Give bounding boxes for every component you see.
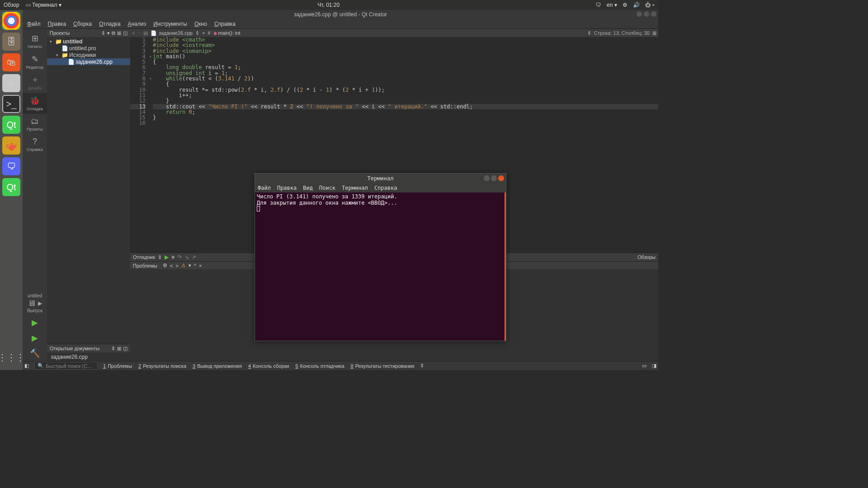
config-icon[interactable]: ⚙ (163, 263, 167, 268)
dropdown-icon[interactable]: ⇕ (195, 30, 199, 36)
mode-Проекты[interactable]: 🗂Проекты (23, 114, 47, 134)
term-menu-Вид[interactable]: Вид (303, 185, 313, 191)
tree-item[interactable]: 📄 untitled.pro (47, 45, 130, 52)
calculator-icon[interactable]: 🖩 (2, 74, 20, 92)
mode-Начало[interactable]: ⊞Начало (23, 31, 47, 52)
term-menu-Правка[interactable]: Правка (277, 185, 297, 191)
close-button[interactable] (651, 11, 656, 17)
bookmark-icon[interactable]: ▤ (143, 30, 148, 36)
sidebar-toggle-icon[interactable]: ◧ (24, 363, 29, 369)
warning-icon[interactable]: ⚠ (181, 263, 186, 268)
forward-button[interactable]: > (137, 30, 140, 36)
menu-Окно[interactable]: Окно (194, 21, 207, 27)
split-icon[interactable]: ◫ (123, 30, 127, 36)
chrome-icon[interactable] (2, 12, 20, 30)
app-menu[interactable]: ▭ Терминал ▾ (26, 2, 61, 8)
progress-icon[interactable]: ▭ (642, 363, 646, 369)
mode-Справка[interactable]: ?Справка (23, 134, 47, 155)
hash-icon: # (208, 30, 210, 36)
link-icon[interactable]: ⧉ (112, 30, 115, 36)
dropdown-icon[interactable]: ⇕ (587, 30, 591, 36)
menu-Файл[interactable]: Файл (27, 21, 41, 27)
add-icon[interactable]: ⊞ (117, 30, 121, 36)
continue-icon[interactable]: ▶ (165, 254, 169, 260)
split-icon[interactable]: ⊞ (652, 30, 656, 36)
kit-selector[interactable]: untitled🖥 ▸Выпуск (27, 291, 42, 315)
run-button[interactable]: ▶ (32, 315, 38, 330)
output-tab-8[interactable]: 8 Результаты тестирования (351, 363, 415, 369)
menu-Инструменты[interactable]: Инструменты (153, 21, 187, 27)
output-tab-2[interactable]: 2 Результаты поиска (138, 363, 186, 369)
mode-Отладка[interactable]: 🐞Отладка (23, 93, 47, 114)
build-button[interactable]: 🔨 (30, 346, 40, 361)
tree-item[interactable]: ▾📁 Исходники (47, 52, 130, 58)
stop-icon[interactable]: ■ (171, 254, 175, 260)
maximize-button[interactable] (491, 175, 497, 181)
project-tree: ▾📁 untitled📄 untitled.pro▾📁 Исходники📄 з… (47, 37, 130, 344)
terminal-output[interactable]: Число PI (3.141) получено за 1339 итерац… (255, 192, 506, 341)
close-button[interactable] (498, 175, 504, 181)
term-menu-Терминал[interactable]: Терминал (342, 185, 368, 191)
maximize-button[interactable] (644, 11, 649, 17)
step-into-icon[interactable]: ↘ (184, 254, 189, 260)
mode-Дизайн[interactable]: ✦Дизайн (23, 72, 47, 93)
split-icon[interactable]: ◫ (123, 346, 127, 352)
dropdown-icon[interactable]: ⇕ (420, 363, 424, 369)
menu-Отладка[interactable]: Отладка (99, 21, 120, 27)
qt-icon[interactable]: Qt (2, 116, 20, 134)
dropdown-icon[interactable]: ⇕ (111, 346, 115, 352)
output-tab-3[interactable]: 3 Вывод приложения (193, 363, 242, 369)
menu-Справка[interactable]: Справка (214, 21, 236, 27)
collapse-icon[interactable]: ^ (194, 263, 196, 268)
views-label[interactable]: Обзоры (637, 254, 656, 260)
next-icon[interactable]: > (175, 263, 178, 268)
term-menu-Поиск[interactable]: Поиск (319, 185, 335, 191)
discord-tray-icon[interactable]: 🗨 (596, 2, 601, 8)
add-icon[interactable]: ⊞ (117, 346, 121, 352)
output-tab-1[interactable]: 1 Проблемы (103, 363, 132, 369)
minimize-button[interactable] (637, 11, 642, 17)
discord-icon[interactable]: 🗨 (2, 157, 20, 175)
files-icon[interactable]: 🗄 (2, 33, 20, 51)
term-menu-Справка[interactable]: Справка (374, 185, 397, 191)
keyboard-layout[interactable]: en ▾ (607, 2, 617, 8)
output-tab-5[interactable]: 5 Консоль отладчика (295, 363, 344, 369)
locator-input[interactable]: 🔍 Быстрый поиск (C… (34, 362, 98, 370)
filter-icon[interactable]: ▾ (107, 30, 110, 36)
sidebar-right-toggle-icon[interactable]: ◨ (652, 363, 656, 369)
term-menu-Файл[interactable]: Файл (258, 185, 271, 191)
menu-Анализ[interactable]: Анализ (128, 21, 146, 27)
teapot-icon[interactable]: 🫖 (2, 136, 20, 155)
mode-Редактор[interactable]: ✎Редактор (23, 52, 47, 72)
clock[interactable]: Чт, 01:20 (61, 2, 596, 8)
step-over-icon[interactable]: ↷ (177, 254, 182, 260)
cursor-position[interactable]: Строка: 13, Столбец: 30 (594, 30, 650, 36)
menu-Правка[interactable]: Правка (48, 21, 66, 27)
output-tab-4[interactable]: 4 Консоль сборки (248, 363, 289, 369)
minimize-button[interactable] (484, 175, 490, 181)
power-icon[interactable]: ⏻ ▾ (645, 2, 655, 8)
debug-button[interactable]: ▶ (32, 330, 38, 346)
terminal-icon[interactable]: >_ (2, 95, 20, 113)
open-docs-header: Открытые документы ⇕ ⊞ ◫ (47, 344, 130, 352)
tree-item[interactable]: 📄 задание26.cpp (47, 58, 130, 65)
qtcreator-icon[interactable]: Qt (2, 178, 20, 196)
menu-Сборка[interactable]: Сборка (73, 21, 92, 27)
close-pane-icon[interactable]: × (199, 263, 202, 268)
close-tab-icon[interactable]: × (202, 30, 205, 36)
symbol-nav[interactable]: ◆ main(): int (213, 30, 241, 36)
filter-icon[interactable]: ▾ (189, 263, 191, 268)
network-icon[interactable]: ⚙ (623, 2, 627, 8)
open-doc-item[interactable]: задание26.cpp (47, 353, 130, 360)
dropdown-icon[interactable]: ⇕ (101, 30, 105, 36)
show-apps-icon[interactable]: ⋮⋮⋮ (2, 348, 20, 366)
tree-item[interactable]: ▾📁 untitled (47, 38, 130, 45)
back-button[interactable]: < (132, 30, 135, 36)
software-icon[interactable]: 🛍 (2, 53, 20, 71)
file-tab[interactable]: 📄 задание26.cpp (151, 30, 193, 36)
step-out-icon[interactable]: ↗ (192, 254, 196, 260)
prev-icon[interactable]: < (170, 263, 173, 268)
activities-button[interactable]: Обзор (4, 2, 19, 8)
volume-icon[interactable]: 🔊 (633, 2, 640, 8)
dropdown-icon[interactable]: ⇕ (158, 254, 162, 260)
